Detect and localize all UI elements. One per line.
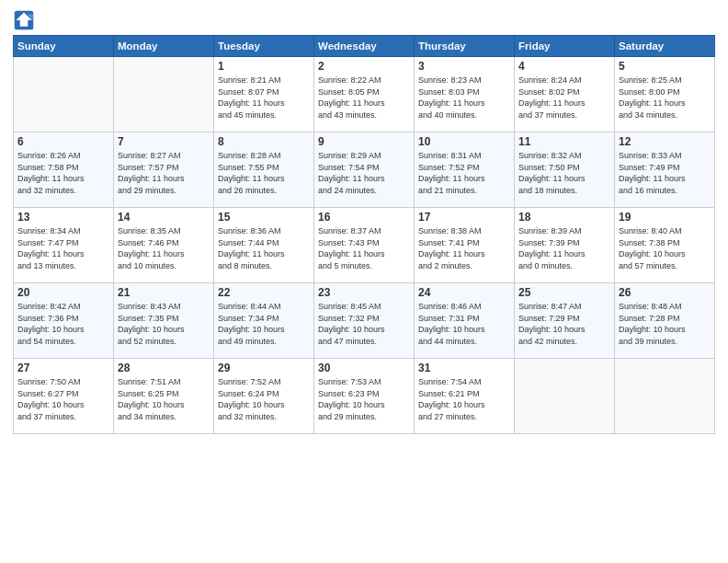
- weekday-header-monday: Monday: [114, 36, 214, 57]
- day-info: Sunrise: 8:37 AM Sunset: 7:43 PM Dayligh…: [318, 225, 410, 271]
- day-info: Sunrise: 8:33 AM Sunset: 7:49 PM Dayligh…: [619, 150, 711, 196]
- calendar-cell: 13Sunrise: 8:34 AM Sunset: 7:47 PM Dayli…: [14, 208, 114, 283]
- day-info: Sunrise: 8:34 AM Sunset: 7:47 PM Dayligh…: [17, 225, 109, 271]
- calendar-cell: 18Sunrise: 8:39 AM Sunset: 7:39 PM Dayli…: [515, 208, 615, 283]
- calendar: SundayMondayTuesdayWednesdayThursdayFrid…: [13, 35, 715, 434]
- calendar-cell: 10Sunrise: 8:31 AM Sunset: 7:52 PM Dayli…: [415, 132, 515, 208]
- day-info: Sunrise: 7:52 AM Sunset: 6:24 PM Dayligh…: [218, 376, 310, 422]
- calendar-cell: [14, 57, 114, 132]
- calendar-cell: 8Sunrise: 8:28 AM Sunset: 7:55 PM Daylig…: [214, 132, 314, 208]
- calendar-cell: [114, 57, 214, 132]
- day-number: 28: [118, 362, 210, 374]
- day-number: 2: [318, 60, 410, 73]
- weekday-header-thursday: Thursday: [415, 36, 515, 57]
- day-number: 15: [218, 211, 310, 224]
- day-number: 23: [318, 286, 410, 299]
- day-info: Sunrise: 8:23 AM Sunset: 8:03 PM Dayligh…: [418, 75, 510, 121]
- day-number: 30: [318, 362, 410, 374]
- day-info: Sunrise: 7:50 AM Sunset: 6:27 PM Dayligh…: [17, 376, 109, 422]
- day-number: 22: [218, 286, 310, 299]
- day-number: 3: [418, 60, 510, 73]
- day-info: Sunrise: 8:40 AM Sunset: 7:38 PM Dayligh…: [619, 225, 711, 271]
- day-info: Sunrise: 8:38 AM Sunset: 7:41 PM Dayligh…: [418, 225, 510, 271]
- day-number: 11: [518, 135, 610, 148]
- day-info: Sunrise: 8:21 AM Sunset: 8:07 PM Dayligh…: [218, 75, 310, 121]
- day-number: 31: [418, 362, 510, 374]
- day-info: Sunrise: 8:31 AM Sunset: 7:52 PM Dayligh…: [418, 150, 510, 196]
- calendar-cell: 26Sunrise: 8:48 AM Sunset: 7:28 PM Dayli…: [615, 283, 715, 359]
- day-number: 13: [17, 211, 109, 224]
- week-row-5: 27Sunrise: 7:50 AM Sunset: 6:27 PM Dayli…: [14, 359, 715, 434]
- day-info: Sunrise: 8:27 AM Sunset: 7:57 PM Dayligh…: [118, 150, 210, 196]
- calendar-cell: 23Sunrise: 8:45 AM Sunset: 7:32 PM Dayli…: [314, 283, 415, 359]
- calendar-cell: 14Sunrise: 8:35 AM Sunset: 7:46 PM Dayli…: [114, 208, 214, 283]
- day-number: 25: [518, 286, 610, 299]
- day-number: 16: [318, 211, 410, 224]
- calendar-cell: 25Sunrise: 8:47 AM Sunset: 7:29 PM Dayli…: [515, 283, 615, 359]
- day-number: 14: [118, 211, 210, 224]
- calendar-cell: 20Sunrise: 8:42 AM Sunset: 7:36 PM Dayli…: [14, 283, 114, 359]
- day-info: Sunrise: 8:22 AM Sunset: 8:05 PM Dayligh…: [318, 75, 410, 121]
- day-number: 12: [619, 135, 711, 148]
- day-number: 27: [17, 362, 109, 374]
- day-info: Sunrise: 7:51 AM Sunset: 6:25 PM Dayligh…: [118, 376, 210, 422]
- day-info: Sunrise: 8:48 AM Sunset: 7:28 PM Dayligh…: [619, 301, 711, 347]
- week-row-4: 20Sunrise: 8:42 AM Sunset: 7:36 PM Dayli…: [14, 283, 715, 359]
- calendar-cell: 31Sunrise: 7:54 AM Sunset: 6:21 PM Dayli…: [415, 359, 515, 434]
- calendar-cell: 22Sunrise: 8:44 AM Sunset: 7:34 PM Dayli…: [214, 283, 314, 359]
- weekday-header-wednesday: Wednesday: [314, 36, 415, 57]
- calendar-cell: 7Sunrise: 8:27 AM Sunset: 7:57 PM Daylig…: [114, 132, 214, 208]
- calendar-cell: 16Sunrise: 8:37 AM Sunset: 7:43 PM Dayli…: [314, 208, 415, 283]
- day-number: 4: [518, 60, 610, 73]
- day-info: Sunrise: 8:39 AM Sunset: 7:39 PM Dayligh…: [518, 225, 610, 271]
- day-number: 26: [619, 286, 711, 299]
- header: [13, 9, 715, 31]
- day-info: Sunrise: 8:47 AM Sunset: 7:29 PM Dayligh…: [518, 301, 610, 347]
- calendar-cell: [515, 359, 615, 434]
- day-number: 1: [218, 60, 310, 73]
- calendar-cell: 12Sunrise: 8:33 AM Sunset: 7:49 PM Dayli…: [615, 132, 715, 208]
- day-number: 19: [619, 211, 711, 224]
- calendar-cell: 4Sunrise: 8:24 AM Sunset: 8:02 PM Daylig…: [515, 57, 615, 132]
- day-info: Sunrise: 8:44 AM Sunset: 7:34 PM Dayligh…: [218, 301, 310, 347]
- weekday-header-tuesday: Tuesday: [214, 36, 314, 57]
- day-info: Sunrise: 8:28 AM Sunset: 7:55 PM Dayligh…: [218, 150, 310, 196]
- page: SundayMondayTuesdayWednesdayThursdayFrid…: [0, 0, 728, 563]
- day-info: Sunrise: 8:26 AM Sunset: 7:58 PM Dayligh…: [17, 150, 109, 196]
- calendar-cell: 17Sunrise: 8:38 AM Sunset: 7:41 PM Dayli…: [415, 208, 515, 283]
- calendar-cell: 21Sunrise: 8:43 AM Sunset: 7:35 PM Dayli…: [114, 283, 214, 359]
- calendar-cell: 15Sunrise: 8:36 AM Sunset: 7:44 PM Dayli…: [214, 208, 314, 283]
- day-number: 8: [218, 135, 310, 148]
- calendar-cell: 2Sunrise: 8:22 AM Sunset: 8:05 PM Daylig…: [314, 57, 415, 132]
- weekday-header-sunday: Sunday: [14, 36, 114, 57]
- week-row-2: 6Sunrise: 8:26 AM Sunset: 7:58 PM Daylig…: [14, 132, 715, 208]
- day-number: 6: [17, 135, 109, 148]
- day-number: 5: [619, 60, 711, 73]
- logo-icon: [13, 9, 35, 31]
- day-info: Sunrise: 8:25 AM Sunset: 8:00 PM Dayligh…: [619, 75, 711, 121]
- day-info: Sunrise: 7:54 AM Sunset: 6:21 PM Dayligh…: [418, 376, 510, 422]
- day-info: Sunrise: 8:24 AM Sunset: 8:02 PM Dayligh…: [518, 75, 610, 121]
- day-number: 29: [218, 362, 310, 374]
- calendar-cell: 3Sunrise: 8:23 AM Sunset: 8:03 PM Daylig…: [415, 57, 515, 132]
- day-number: 21: [118, 286, 210, 299]
- calendar-cell: 6Sunrise: 8:26 AM Sunset: 7:58 PM Daylig…: [14, 132, 114, 208]
- day-info: Sunrise: 8:46 AM Sunset: 7:31 PM Dayligh…: [418, 301, 510, 347]
- calendar-cell: 29Sunrise: 7:52 AM Sunset: 6:24 PM Dayli…: [214, 359, 314, 434]
- day-info: Sunrise: 8:36 AM Sunset: 7:44 PM Dayligh…: [218, 225, 310, 271]
- calendar-cell: 27Sunrise: 7:50 AM Sunset: 6:27 PM Dayli…: [14, 359, 114, 434]
- day-number: 7: [118, 135, 210, 148]
- calendar-cell: 28Sunrise: 7:51 AM Sunset: 6:25 PM Dayli…: [114, 359, 214, 434]
- day-number: 17: [418, 211, 510, 224]
- calendar-cell: 19Sunrise: 8:40 AM Sunset: 7:38 PM Dayli…: [615, 208, 715, 283]
- calendar-cell: 1Sunrise: 8:21 AM Sunset: 8:07 PM Daylig…: [214, 57, 314, 132]
- day-number: 24: [418, 286, 510, 299]
- calendar-cell: 30Sunrise: 7:53 AM Sunset: 6:23 PM Dayli…: [314, 359, 415, 434]
- day-info: Sunrise: 7:53 AM Sunset: 6:23 PM Dayligh…: [318, 376, 410, 422]
- week-row-1: 1Sunrise: 8:21 AM Sunset: 8:07 PM Daylig…: [14, 57, 715, 132]
- day-info: Sunrise: 8:29 AM Sunset: 7:54 PM Dayligh…: [318, 150, 410, 196]
- weekday-header-friday: Friday: [515, 36, 615, 57]
- day-info: Sunrise: 8:35 AM Sunset: 7:46 PM Dayligh…: [118, 225, 210, 271]
- calendar-cell: 24Sunrise: 8:46 AM Sunset: 7:31 PM Dayli…: [415, 283, 515, 359]
- week-row-3: 13Sunrise: 8:34 AM Sunset: 7:47 PM Dayli…: [14, 208, 715, 283]
